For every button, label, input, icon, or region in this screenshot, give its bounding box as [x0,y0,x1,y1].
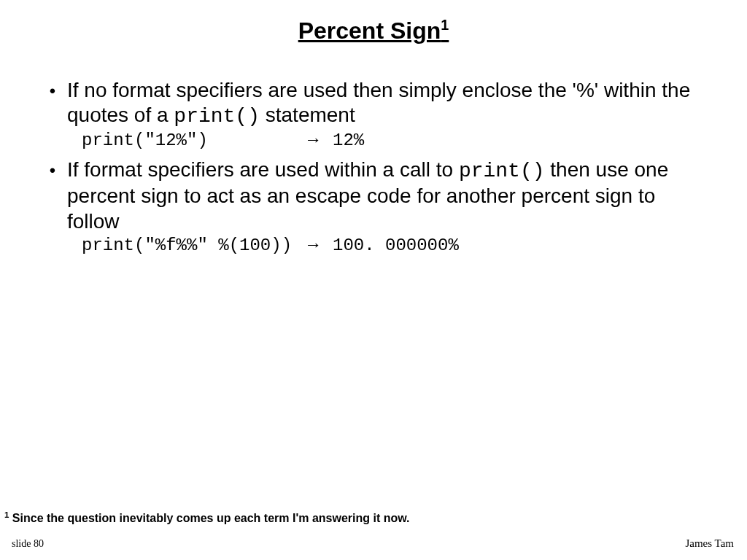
example-1-code: print("12%") [82,131,308,150]
title-superscript: 1 [441,17,449,33]
slide-title: Percent Sign1 [38,18,709,44]
example-2-output: 100. 000000% [333,236,459,255]
example-1-output: 12% [333,131,364,150]
example-2: print("%f%%" %(100)) → 100. 000000% [82,236,709,255]
example-1: print("12%") → 12% [82,131,709,150]
bullet-1: •If no format specifiers are used then s… [38,78,709,129]
title-text: Percent Sign [298,18,441,44]
example-2-code: print("%f%%" %(100)) [82,236,308,255]
bullet-1-pre: If no format specifiers are used then si… [67,79,690,126]
footnote: 1 Since the question inevitably comes up… [4,512,410,525]
bullet-2-code: print() [459,160,545,182]
bullet-1-post: statement [260,104,355,126]
author-name: James Tam [685,537,734,550]
bullet-2-pre: If format specifiers are used within a c… [67,158,459,181]
slide: Percent Sign1 •If no format specifiers a… [0,0,747,560]
arrow-icon: → [308,131,333,150]
bullet-2: •If format specifiers are used within a … [38,158,709,233]
bullet-1-code: print() [174,105,260,128]
arrow-icon: → [308,236,333,255]
slide-number: slide 80 [12,538,44,550]
footnote-text: Since the question inevitably comes up e… [9,512,409,524]
